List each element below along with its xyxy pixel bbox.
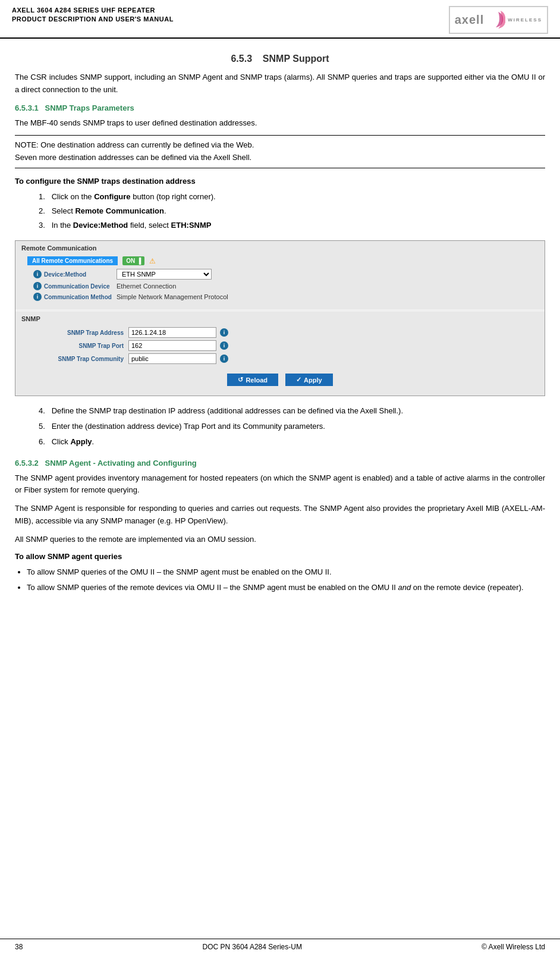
page-footer: 38 DOC PN 3604 A284 Series-UM © Axell Wi… <box>0 939 560 955</box>
trap-port-info-icon: i <box>220 341 228 350</box>
apply-label: Apply <box>304 377 322 384</box>
trap-community-info-icon: i <box>220 354 228 363</box>
trap-port-label: SNMP Trap Port <box>79 343 124 349</box>
note-line2: Seven more destination addresses can be … <box>15 152 545 164</box>
comm-device-value: Ethernet Connection <box>117 283 176 290</box>
footer-doc-ref: DOC PN 3604 A284 Series-UM <box>203 943 302 951</box>
reload-button[interactable]: ↺ Reload <box>227 374 278 386</box>
step-2: 2. Select Remote Communication. <box>39 205 545 218</box>
note-line1: NOTE: One destination address can curren… <box>15 139 545 152</box>
rc-panel-title: Remote Communication <box>21 244 539 252</box>
screenshot-inner: Remote Communication All Remote Communic… <box>15 241 545 396</box>
header-line2: PRODUCT DESCRIPTION AND USER'S MANUAL <box>12 15 174 24</box>
snmp-panel-title: SNMP <box>21 315 539 322</box>
trap-community-label: SNMP Trap Community <box>58 356 124 362</box>
bullet-list: To allow SNMP queries of the OMU II – th… <box>27 566 545 594</box>
logo-box: axell WIRELESS <box>449 6 548 34</box>
comm-method-row: i Communication Method Simple Network Ma… <box>21 293 539 301</box>
reload-label: Reload <box>246 377 268 384</box>
trap-port-input[interactable] <box>128 340 216 351</box>
comm-method-label: Communication Method <box>44 294 112 300</box>
step-1: 1. Click on the Configure button (top ri… <box>39 190 545 203</box>
device-method-row: i Device:Method ETH SNMP <box>21 269 539 280</box>
trap-address-row: SNMP Trap Address i <box>21 327 539 338</box>
logo-wireless: WIRELESS <box>508 17 542 23</box>
step-6: 6. Click Apply. <box>39 435 545 448</box>
trap-port-label-area: SNMP Trap Port <box>33 343 128 349</box>
subsection2-title: SNMP Agent - Activating and Configuring <box>45 459 197 468</box>
comm-device-label-area: i Communication Device <box>33 282 117 290</box>
subsection2-number: 6.5.3.2 <box>15 459 39 468</box>
trap-address-input[interactable] <box>128 327 216 338</box>
agent-text3: All SNMP queries to the remote are imple… <box>15 534 545 546</box>
step-3: 3. In the Device:Method field, select ET… <box>39 219 545 232</box>
subsection1-title: SNMP Traps Parameters <box>45 103 134 112</box>
toggle-on-text: ON <box>126 258 135 264</box>
bullet2-em: and <box>398 583 411 592</box>
allow-heading: To allow SNMP agent queries <box>15 552 545 561</box>
step6-bold: Apply <box>70 437 92 446</box>
agent-text1: The SNMP agent provides inventory manage… <box>15 472 545 497</box>
trap-community-row: SNMP Trap Community i <box>21 353 539 364</box>
trap-community-label-area: SNMP Trap Community <box>33 356 128 362</box>
screenshot-btn-row: ↺ Reload ✓ Apply <box>21 370 539 390</box>
comm-device-row: i Communication Device Ethernet Connecti… <box>21 282 539 290</box>
apply-button[interactable]: ✓ Apply <box>285 374 333 386</box>
agent-text2: The SNMP Agent is responsible for respon… <box>15 503 545 528</box>
steps-after-list: 4. Define the SNMP trap destination IP a… <box>27 404 545 448</box>
all-remote-button[interactable]: All Remote Communications <box>27 256 118 265</box>
logo-area: axell WIRELESS <box>449 6 548 34</box>
comm-method-label-area: i Communication Method <box>33 293 117 301</box>
subsection2-heading: 6.5.3.2 SNMP Agent - Activating and Conf… <box>15 459 545 468</box>
comm-device-label: Communication Device <box>44 283 110 290</box>
section-number: 6.5.3 <box>231 54 252 64</box>
footer-page-number: 38 <box>15 943 23 951</box>
screenshot-box: Remote Communication All Remote Communic… <box>15 240 545 396</box>
subsection1-heading: 6.5.3.1 SNMP Traps Parameters <box>15 103 545 112</box>
subsection1-body: The MBF-40 sends SNMP traps to user defi… <box>15 117 545 130</box>
device-method-label-area: i Device:Method <box>33 270 117 278</box>
toggle-on[interactable]: ON ▐ <box>122 256 144 265</box>
trap-port-row: SNMP Trap Port i <box>21 340 539 351</box>
rc-header-row: All Remote Communications ON ▐ ⚠ <box>21 256 539 265</box>
step3-bold2: ETH:SNMP <box>171 221 212 230</box>
trap-address-label-area: SNMP Trap Address <box>33 330 128 336</box>
configure-heading: To configure the SNMP traps destination … <box>15 177 545 186</box>
comm-method-value: Simple Network Management Protocol <box>117 293 228 300</box>
rc-panel: Remote Communication All Remote Communic… <box>15 241 545 309</box>
device-method-info-icon: i <box>33 270 42 278</box>
device-method-select[interactable]: ETH SNMP <box>117 269 212 280</box>
header-line1: AXELL 3604 A284 SERIES UHF REPEATER <box>12 6 174 15</box>
trap-address-label: SNMP Trap Address <box>67 330 124 336</box>
step-5: 5. Enter the (destination address device… <box>39 420 545 433</box>
main-content: 6.5.3 SNMP Support The CSR includes SNMP… <box>0 39 560 955</box>
device-method-label: Device:Method <box>44 271 86 278</box>
logo-swoosh <box>486 10 505 30</box>
section-heading: 6.5.3 SNMP Support <box>15 54 545 64</box>
note-box: NOTE: One destination address can curren… <box>15 135 545 168</box>
reload-icon: ↺ <box>238 376 243 384</box>
header-text: AXELL 3604 A284 SERIES UHF REPEATER PROD… <box>12 6 174 24</box>
bullet-item-1: To allow SNMP queries of the OMU II – th… <box>27 566 545 579</box>
apply-icon: ✓ <box>296 376 301 384</box>
subsection1-number: 6.5.3.1 <box>15 103 39 112</box>
steps-list: 1. Click on the Configure button (top ri… <box>27 190 545 232</box>
comm-device-info-icon: i <box>33 282 42 290</box>
step3-bold1: Device:Method <box>73 221 128 230</box>
trap-address-info-icon: i <box>220 328 228 337</box>
device-method-select-wrapper: ETH SNMP <box>117 269 212 280</box>
toggle-slider-icon: ▐ <box>137 258 141 264</box>
comm-method-info-icon: i <box>33 293 42 301</box>
step2-bold: Remote Communication <box>75 206 164 215</box>
step1-bold: Configure <box>94 192 130 201</box>
footer-copyright: © Axell Wireless Ltd <box>482 943 545 951</box>
snmp-panel: SNMP SNMP Trap Address i SNMP Trap Port … <box>15 312 545 396</box>
warning-icon: ⚠ <box>149 257 156 265</box>
logo-text: axell <box>455 13 484 27</box>
trap-community-input[interactable] <box>128 353 216 364</box>
bullet-item-2: To allow SNMP queries of the remote devi… <box>27 581 545 594</box>
section-title: SNMP Support <box>263 54 329 64</box>
step-4: 4. Define the SNMP trap destination IP a… <box>39 404 545 418</box>
page-header: AXELL 3604 A284 SERIES UHF REPEATER PROD… <box>0 0 560 39</box>
intro-text: The CSR includes SNMP support, including… <box>15 71 545 96</box>
